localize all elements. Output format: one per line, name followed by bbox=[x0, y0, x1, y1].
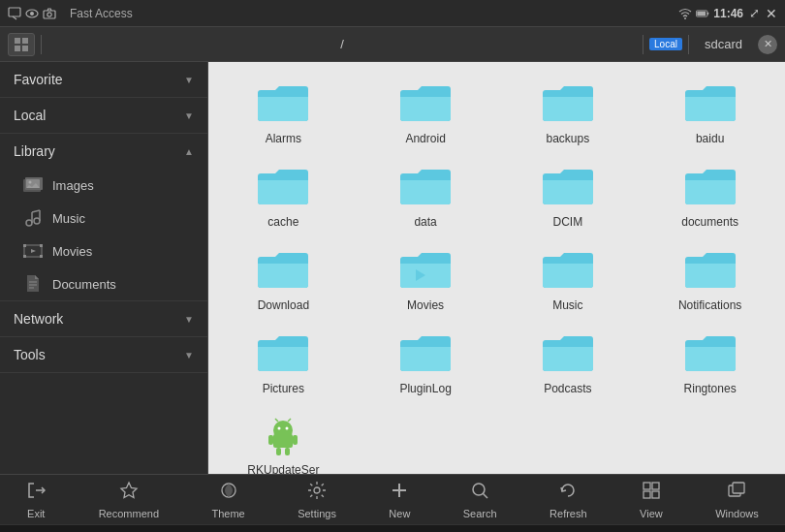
addr-divider bbox=[41, 35, 42, 54]
folder-alarms-label: Alarms bbox=[266, 132, 301, 145]
folder-movies[interactable]: Movies bbox=[357, 238, 495, 318]
folder-baidu[interactable]: baidu bbox=[641, 72, 779, 151]
folder-dcim[interactable]: DCIM bbox=[499, 155, 638, 235]
grid-view-button[interactable] bbox=[8, 33, 35, 56]
folder-android-label: Android bbox=[405, 132, 445, 145]
documents-icon bbox=[23, 275, 43, 293]
folder-pluginlog[interactable]: PluginLog bbox=[357, 322, 495, 401]
svg-point-19 bbox=[34, 218, 40, 224]
sidebar-item-movies[interactable]: Movies bbox=[0, 235, 207, 267]
svg-rect-29 bbox=[40, 255, 43, 258]
sidebar-header-local[interactable]: Local ▼ bbox=[0, 98, 207, 133]
file-apk-label: RKUpdateService20180308.apk bbox=[244, 463, 322, 474]
svg-rect-13 bbox=[22, 46, 28, 51]
folder-documents-label: documents bbox=[681, 215, 738, 229]
settings-button[interactable]: Settings bbox=[288, 477, 346, 523]
local-label: Local bbox=[14, 108, 46, 123]
folder-podcasts[interactable]: Podcasts bbox=[499, 322, 638, 401]
svg-point-37 bbox=[286, 427, 289, 430]
close-addr-button[interactable]: ✕ bbox=[758, 35, 777, 54]
sidebar: Favorite ▼ Local ▼ Library ▲ bbox=[0, 62, 208, 474]
close-button[interactable]: ✕ bbox=[766, 6, 777, 21]
folder-download-label: Download bbox=[258, 298, 309, 312]
favorite-chevron: ▼ bbox=[184, 75, 194, 85]
recommend-button[interactable]: Recommend bbox=[89, 477, 169, 523]
folder-icon-android bbox=[396, 79, 455, 128]
sidebar-item-documents[interactable]: Documents bbox=[0, 267, 207, 300]
view-label: View bbox=[640, 508, 663, 519]
camera-icon bbox=[43, 7, 56, 20]
view-button[interactable]: View bbox=[630, 477, 673, 523]
library-label: Library bbox=[14, 143, 55, 159]
tools-label: Tools bbox=[14, 347, 46, 362]
svg-rect-11 bbox=[22, 38, 28, 44]
folder-icon-pictures bbox=[254, 329, 312, 378]
folder-android[interactable]: Android bbox=[357, 72, 495, 151]
folder-icon-cache bbox=[254, 163, 312, 211]
sidebar-section-favorite: Favorite ▼ bbox=[0, 62, 207, 98]
new-label: New bbox=[389, 508, 410, 519]
refresh-button[interactable]: Refresh bbox=[540, 477, 597, 523]
new-button[interactable]: New bbox=[379, 477, 420, 523]
folder-backups[interactable]: backups bbox=[499, 72, 638, 151]
folder-music-label: Music bbox=[552, 298, 582, 312]
svg-point-3 bbox=[30, 12, 34, 16]
svg-point-17 bbox=[29, 181, 32, 184]
folder-cache[interactable]: cache bbox=[214, 155, 353, 235]
folder-notifications[interactable]: Notifications bbox=[641, 238, 779, 318]
folder-icon-ringtones bbox=[681, 329, 739, 378]
sidebar-header-tools[interactable]: Tools ▼ bbox=[0, 337, 207, 372]
exit-button[interactable]: Exit bbox=[16, 477, 55, 523]
folder-music[interactable]: Music bbox=[499, 238, 638, 318]
status-icons: 11:46 bbox=[678, 7, 743, 20]
music-icon bbox=[23, 209, 43, 227]
search-button[interactable]: Search bbox=[454, 477, 507, 523]
sidebar-header-favorite[interactable]: Favorite ▼ bbox=[0, 62, 207, 97]
sidebar-item-music[interactable]: Music bbox=[0, 202, 207, 235]
folder-data[interactable]: data bbox=[357, 155, 495, 235]
folder-download[interactable]: Download bbox=[214, 238, 353, 318]
sidebar-header-network[interactable]: Network ▼ bbox=[0, 301, 207, 336]
windows-button[interactable]: Windows bbox=[706, 477, 769, 523]
folder-pictures[interactable]: Pictures bbox=[214, 322, 353, 401]
network-chevron: ▼ bbox=[184, 314, 194, 325]
expand-button[interactable]: ⤢ bbox=[749, 6, 760, 20]
svg-rect-41 bbox=[293, 435, 298, 445]
images-icon bbox=[23, 176, 43, 194]
folder-icon-music bbox=[539, 246, 597, 295]
folder-icon-baidu bbox=[681, 79, 739, 128]
folder-pluginlog-label: PluginLog bbox=[399, 382, 451, 395]
music-label: Music bbox=[52, 211, 85, 226]
folder-backups-label: backups bbox=[547, 132, 590, 145]
svg-rect-9 bbox=[707, 12, 708, 15]
folder-documents[interactable]: documents bbox=[641, 155, 779, 235]
svg-rect-52 bbox=[652, 483, 659, 489]
sidebar-section-local: Local ▼ bbox=[0, 98, 207, 134]
file-apk[interactable]: RKUpdateService20180308.apk bbox=[214, 405, 353, 474]
sidebar-item-images[interactable]: Images bbox=[0, 169, 207, 202]
path-display: / bbox=[47, 37, 637, 51]
folder-data-label: data bbox=[414, 215, 436, 229]
nav-bar bbox=[0, 524, 785, 532]
settings-icon bbox=[307, 481, 327, 505]
svg-rect-56 bbox=[733, 483, 744, 493]
folder-ringtones[interactable]: Ringtones bbox=[641, 322, 779, 401]
theme-button[interactable]: Theme bbox=[202, 477, 254, 523]
folder-movies-label: Movies bbox=[407, 298, 444, 312]
sidebar-section-tools: Tools ▼ bbox=[0, 337, 207, 373]
svg-line-50 bbox=[484, 493, 488, 498]
windows-label: Windows bbox=[715, 508, 759, 519]
movies-icon bbox=[23, 242, 43, 260]
svg-rect-12 bbox=[15, 46, 20, 51]
folder-icon-documents bbox=[681, 163, 739, 211]
folder-dcim-label: DCIM bbox=[553, 215, 583, 229]
sidebar-header-library[interactable]: Library ▲ bbox=[0, 134, 207, 169]
svg-line-38 bbox=[275, 419, 278, 422]
windows-icon bbox=[727, 481, 746, 505]
folder-podcasts-label: Podcasts bbox=[544, 382, 591, 395]
folder-alarms[interactable]: Alarms bbox=[214, 72, 353, 151]
library-chevron: ▲ bbox=[184, 146, 194, 157]
svg-point-46 bbox=[314, 487, 320, 493]
theme-label: Theme bbox=[211, 508, 244, 519]
folder-pictures-label: Pictures bbox=[263, 382, 304, 395]
